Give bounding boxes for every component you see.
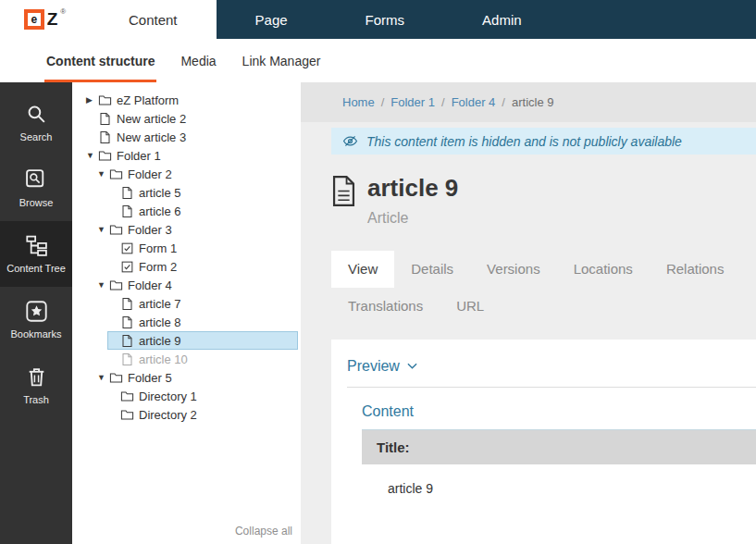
breadcrumb-label: Folder 1 — [390, 95, 435, 109]
tree-item[interactable]: Directory 1 — [107, 387, 298, 405]
tree-item[interactable]: article 9 — [107, 331, 298, 350]
title-block: article 9 Article — [331, 175, 756, 227]
ez-platform-admin-ui: { "topbar": { "logo": { "box_letter": "e… — [0, 0, 756, 544]
tree-item[interactable]: ▼ Folder 4 — [96, 276, 298, 294]
tree-item-label: Directory 1 — [139, 389, 197, 403]
top-nav-tab[interactable]: Content — [90, 0, 217, 39]
tree-item[interactable]: article 6 — [107, 202, 298, 220]
subnav-item[interactable]: Content structure — [33, 39, 167, 82]
content-tab[interactable]: Details — [394, 251, 470, 288]
tree-item-label: Form 2 — [139, 260, 177, 274]
trash-icon — [25, 365, 48, 389]
tree-item-label: Directory 2 — [139, 408, 197, 422]
folder-icon — [109, 223, 123, 237]
tree-item-label: article 9 — [139, 334, 181, 348]
folder-icon — [120, 389, 134, 403]
tree-item[interactable]: ▼ Folder 1 — [85, 146, 298, 165]
breadcrumb-item: article 9 / — [512, 95, 554, 109]
tree-item-label: Folder 5 — [128, 371, 172, 385]
tree-item-label: article 8 — [139, 315, 181, 329]
tree-item-label: Form 1 — [139, 241, 177, 255]
article-icon — [120, 334, 134, 348]
field-table: Title: article 9 — [362, 430, 756, 513]
top-nav-tab[interactable]: Admin — [443, 0, 561, 39]
content-tab[interactable]: Relations — [650, 251, 741, 288]
left-iconbar: Search Browse Content Tree Bookmarks Tra… — [0, 82, 72, 544]
iconbar-item-label: Bookmarks — [10, 328, 61, 340]
tree-item[interactable]: Form 2 — [107, 257, 298, 276]
browse-icon — [25, 168, 48, 192]
preview-toggle[interactable]: Preview — [347, 358, 417, 375]
view-panel: Preview Content Title: article 9 — [331, 340, 756, 544]
alert-text: This content item is hidden and is not p… — [366, 134, 682, 149]
tree-item-label: Folder 2 — [128, 167, 172, 181]
iconbar-item[interactable]: Content Tree — [0, 221, 72, 287]
breadcrumb-label: Home — [342, 95, 375, 109]
iconbar-item[interactable]: Browse — [0, 155, 72, 221]
collapse-all-button[interactable]: Collapse all — [235, 525, 292, 538]
chevron-down-icon — [407, 363, 417, 369]
expander-icon[interactable]: ▶ — [86, 96, 98, 105]
ez-logo-mark-icon: e — [24, 9, 44, 30]
content-tab[interactable]: View — [331, 251, 394, 288]
breadcrumb-label: article 9 — [512, 95, 554, 109]
content-tabs: View Details Versions Locations Relation… — [331, 251, 756, 325]
tree-item[interactable]: Form 1 — [107, 239, 298, 257]
folder-icon — [98, 149, 112, 163]
tree-item[interactable]: ▼ Folder 3 — [96, 220, 298, 239]
article-icon — [120, 315, 134, 329]
field-value: article 9 — [362, 464, 756, 513]
tree-item[interactable]: ▶ eZ Platform — [85, 91, 298, 109]
expander-icon[interactable]: ▼ — [97, 374, 109, 382]
top-nav-tab[interactable]: Page — [217, 0, 327, 39]
tree-item[interactable]: article 5 — [107, 183, 298, 202]
content-tab[interactable]: Versions — [470, 251, 557, 288]
iconbar-item[interactable]: Trash — [0, 352, 72, 418]
tree-item[interactable]: ▼ Folder 2 — [96, 165, 298, 183]
field-label: Title: — [362, 430, 756, 464]
top-nav-tab[interactable]: Forms — [327, 0, 444, 39]
breadcrumb-item[interactable]: Folder 1 / — [390, 95, 451, 109]
content-tab[interactable]: Translations — [331, 288, 440, 325]
subnav-item[interactable]: Link Manager — [229, 39, 334, 82]
subnav-item[interactable]: Media — [167, 39, 229, 82]
registered-mark: ® — [60, 7, 66, 16]
content-tab[interactable]: Locations — [557, 251, 650, 288]
iconbar-item[interactable]: Bookmarks — [0, 287, 72, 352]
section-title: Content — [362, 403, 756, 430]
tree-item-label: Folder 1 — [117, 149, 161, 163]
tree-item-label: New article 2 — [117, 112, 186, 126]
expander-icon[interactable]: ▼ — [97, 281, 109, 290]
iconbar-item[interactable]: Search — [0, 90, 72, 155]
tree-item-label: article 10 — [139, 352, 188, 366]
tree-item-label: Folder 3 — [128, 223, 172, 237]
content-tab[interactable]: URL — [440, 288, 501, 325]
article-icon — [120, 297, 134, 311]
folder-icon — [98, 93, 112, 107]
article-icon — [120, 204, 134, 218]
tree-item-label: article 7 — [139, 297, 181, 311]
tree-item[interactable]: article 10 — [107, 350, 298, 368]
expander-icon[interactable]: ▼ — [97, 226, 109, 234]
tree-item[interactable]: article 7 — [107, 294, 298, 313]
tree-item-label: New article 3 — [117, 130, 186, 144]
breadcrumb-item[interactable]: Home / — [342, 95, 390, 109]
breadcrumb-item[interactable]: Folder 4 / — [452, 95, 512, 109]
tree-item-label: Folder 4 — [128, 278, 172, 292]
breadcrumb-separator: / — [502, 95, 505, 109]
tree-item[interactable]: Directory 2 — [107, 405, 298, 424]
expander-icon[interactable]: ▼ — [86, 152, 98, 160]
tree-item[interactable]: article 8 — [107, 313, 298, 331]
tree-item[interactable]: New article 2 — [85, 109, 298, 128]
breadcrumb-separator: / — [441, 95, 445, 109]
expander-icon[interactable]: ▼ — [97, 170, 109, 179]
tree-item[interactable]: ▼ Folder 5 — [96, 368, 298, 387]
tree-item[interactable]: New article 3 — [85, 128, 298, 146]
article-icon — [120, 352, 134, 366]
breadcrumb-separator: / — [381, 95, 385, 109]
article-type-icon — [331, 175, 356, 207]
iconbar-item-label: Content Tree — [6, 263, 66, 274]
preview-label: Preview — [347, 358, 400, 375]
ez-logo[interactable]: e Z ® — [0, 0, 90, 39]
subnav: Content structure Media Link Manager — [0, 39, 756, 82]
